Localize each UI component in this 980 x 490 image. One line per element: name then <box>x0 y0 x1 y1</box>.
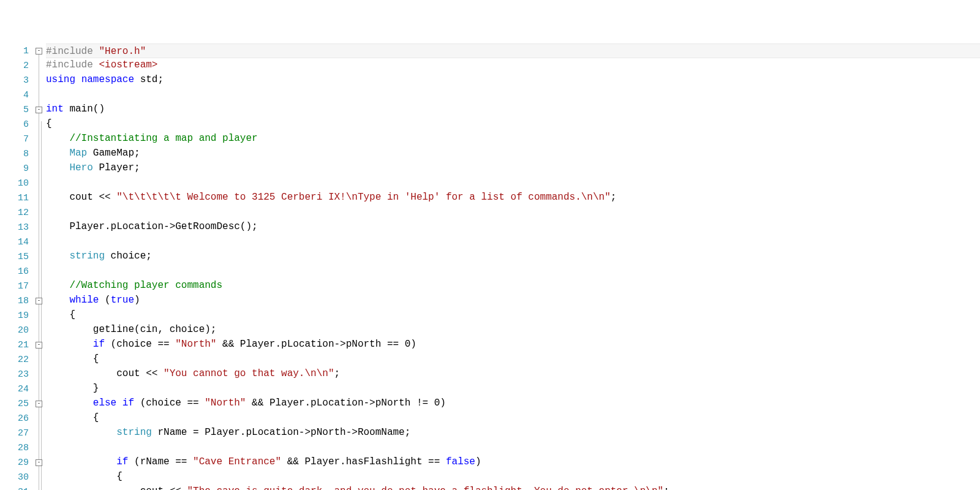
code-line[interactable]: { <box>46 352 980 366</box>
code-line[interactable]: #include <iostream> <box>46 58 980 72</box>
code-line[interactable]: if (choice == "North" && Player.pLocatio… <box>46 337 980 352</box>
code-line[interactable]: cout << "The cave is quite dark, and you… <box>46 484 980 490</box>
code-line[interactable]: if (rName == "Cave Entrance" && Player.h… <box>46 454 980 469</box>
code-area[interactable]: #include "Hero.h"#include <iostream>usin… <box>45 44 980 490</box>
code-line[interactable]: Hero Player; <box>46 160 980 175</box>
code-line[interactable]: { <box>46 116 980 131</box>
code-line[interactable]: while (true) <box>46 293 980 307</box>
code-line[interactable]: else if (choice == "North" && Player.pLo… <box>46 396 980 410</box>
code-line[interactable]: //Watching player commands <box>46 278 980 293</box>
code-line[interactable]: string choice; <box>46 249 980 263</box>
code-line[interactable] <box>46 234 980 249</box>
code-line[interactable] <box>46 205 980 219</box>
code-line[interactable]: { <box>46 307 980 322</box>
fold-toggle-icon[interactable]: - <box>36 342 42 349</box>
fold-toggle-icon[interactable]: - <box>36 298 42 304</box>
code-line[interactable]: //Instantiating a map and player <box>46 131 980 146</box>
code-line[interactable]: } <box>46 381 980 396</box>
fold-column[interactable]: ------- <box>34 44 45 490</box>
code-line[interactable]: getline(cin, choice); <box>46 322 980 337</box>
line-number-gutter: 1 2 3 4 5 6 7 8 9 10 11 12 13 14 15 16 1… <box>0 44 34 490</box>
code-line[interactable]: #include "Hero.h" <box>46 43 980 58</box>
code-line[interactable]: cout << "\t\t\t\t\t Welcome to 3125 Cerb… <box>46 190 980 205</box>
code-line[interactable]: int main() <box>46 102 980 116</box>
code-line[interactable] <box>46 175 980 190</box>
code-line[interactable] <box>46 440 980 454</box>
code-line[interactable]: { <box>46 469 980 484</box>
code-line[interactable]: { <box>46 410 980 425</box>
code-line[interactable]: using namespace std; <box>46 72 980 87</box>
code-editor[interactable]: 1 2 3 4 5 6 7 8 9 10 11 12 13 14 15 16 1… <box>0 44 980 490</box>
code-line[interactable] <box>46 263 980 278</box>
fold-toggle-icon[interactable]: - <box>36 107 42 113</box>
fold-toggle-icon[interactable]: - <box>36 401 42 407</box>
code-line[interactable]: cout << "You cannot go that way.\n\n"; <box>46 366 980 381</box>
fold-toggle-icon[interactable]: - <box>36 459 42 466</box>
code-line[interactable]: string rName = Player.pLocation->pNorth-… <box>46 425 980 440</box>
code-line[interactable]: Map GameMap; <box>46 146 980 160</box>
fold-toggle-icon[interactable]: - <box>36 48 42 55</box>
code-line[interactable] <box>46 87 980 102</box>
code-line[interactable]: Player.pLocation->GetRoomDesc(); <box>46 219 980 234</box>
